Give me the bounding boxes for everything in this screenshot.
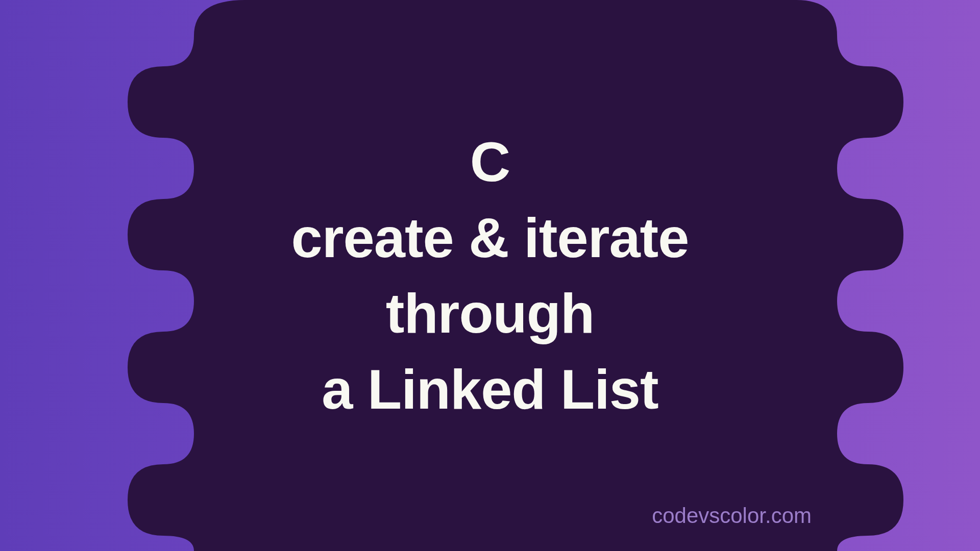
graphic-container: C create & iterate through a Linked List (0, 0, 980, 551)
watermark-text: codevscolor.com (652, 504, 812, 528)
title-line-2: create & iterate (0, 200, 980, 276)
title-line-1: C (0, 124, 980, 200)
title-line-3: through (0, 276, 980, 352)
title-line-4: a Linked List (0, 352, 980, 428)
title-content: C create & iterate through a Linked List (0, 124, 980, 427)
